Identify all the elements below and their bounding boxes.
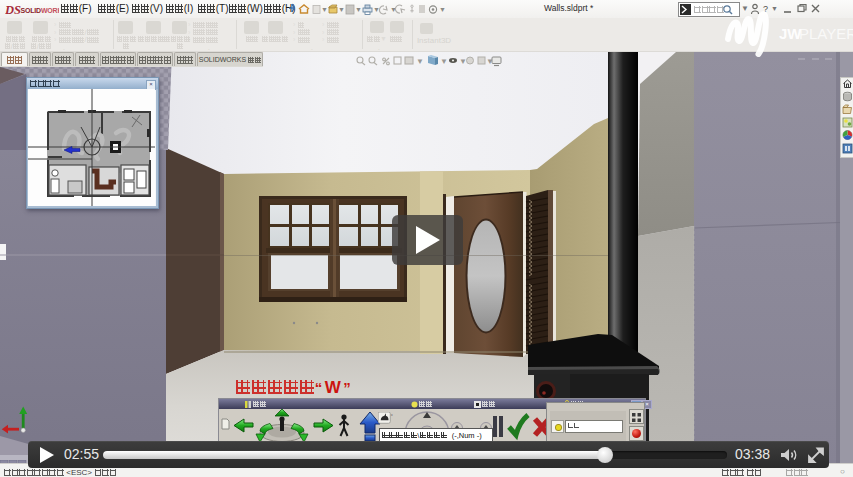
svg-text:▼: ▼: [439, 6, 446, 13]
svg-text:DS: DS: [5, 3, 21, 17]
svg-text:▼: ▼: [338, 6, 345, 13]
svg-text:▼: ▼: [321, 6, 328, 13]
svg-text:°: °: [391, 413, 393, 419]
svg-text:▼: ▼: [440, 57, 448, 66]
svg-text:PLAYER: PLAYER: [799, 25, 853, 42]
svg-text:SOLIDWORKS: SOLIDWORKS: [21, 7, 60, 14]
svg-text:▼: ▼: [459, 57, 467, 66]
svg-text:▼: ▼: [416, 57, 424, 66]
svg-text:▼: ▼: [355, 6, 362, 13]
